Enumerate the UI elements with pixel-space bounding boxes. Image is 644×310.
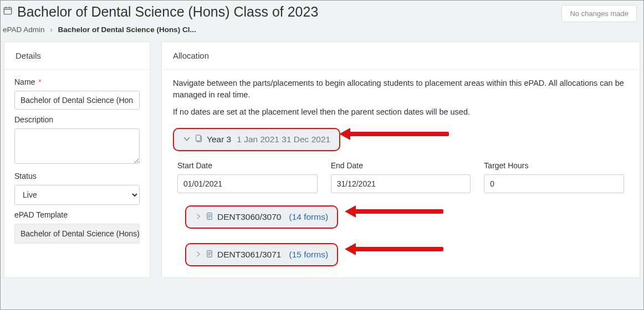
details-header: Details — [4, 42, 150, 70]
target-hours-field[interactable] — [484, 174, 624, 193]
form-icon — [206, 250, 213, 260]
forms-count: (15 forms) — [289, 250, 328, 260]
page-title-text: Bachelor of Dental Science (Hons) Class … — [17, 4, 318, 20]
description-label: Description — [14, 115, 140, 124]
chevron-right-icon: › — [50, 25, 53, 34]
page-title: Bachelor of Dental Science (Hons) Class … — [3, 4, 641, 20]
section-dent3061[interactable]: DENT3061/3071 (15 forms) — [185, 243, 338, 266]
chevron-down-icon — [183, 135, 191, 144]
svg-rect-8 — [196, 135, 201, 141]
page-header: Bachelor of Dental Science (Hons) Class … — [1, 1, 643, 22]
breadcrumb-current: Bachelor of Dental Science (Hons) Cl... — [58, 25, 196, 34]
status-select[interactable]: Live — [14, 185, 140, 205]
helper-text-1: Navigate between the parts/placements to… — [173, 78, 628, 101]
section-year-3[interactable]: Year 3 1 Jan 2021 31 Dec 2021 — [173, 128, 340, 151]
template-readonly: Bachelor of Dental Science (Hons) — [14, 224, 140, 244]
start-date-field[interactable] — [177, 174, 318, 193]
chevron-right-icon — [195, 250, 202, 259]
details-panel: Details Name * Description Status Live e… — [4, 42, 150, 278]
description-field[interactable] — [14, 128, 140, 164]
end-date-label: End Date — [331, 161, 471, 170]
form-icon — [206, 212, 213, 222]
target-hours-label: Target Hours — [484, 161, 624, 170]
document-icon — [195, 135, 202, 144]
end-date-field[interactable] — [331, 174, 471, 193]
forms-count: (14 forms) — [289, 212, 328, 222]
helper-text-2: If no dates are set at the placement lev… — [173, 106, 628, 118]
section-title: Year 3 — [207, 135, 231, 144]
section-dent3060[interactable]: DENT3060/3070 (14 forms) — [185, 205, 338, 229]
breadcrumb-root-link[interactable]: ePAD Admin — [3, 25, 45, 34]
chevron-right-icon — [195, 213, 202, 221]
name-label: Name * — [14, 78, 140, 86]
start-date-label: Start Date — [177, 161, 318, 170]
section-title: DENT3060/3070 — [217, 212, 281, 222]
no-changes-button: No changes made — [561, 5, 637, 22]
section-daterange: 1 Jan 2021 31 Dec 2021 — [237, 135, 330, 144]
name-field[interactable] — [14, 91, 140, 110]
status-label: Status — [14, 172, 140, 180]
calendar-icon — [3, 6, 13, 18]
svg-rect-0 — [4, 8, 12, 14]
breadcrumb: ePAD Admin › Bachelor of Dental Science … — [1, 22, 643, 42]
template-label: ePAD Template — [14, 210, 140, 219]
allocation-header: Allocation — [162, 42, 640, 70]
section-title: DENT3061/3071 — [217, 250, 281, 260]
allocation-panel: Allocation Navigate between the parts/pl… — [161, 42, 640, 278]
